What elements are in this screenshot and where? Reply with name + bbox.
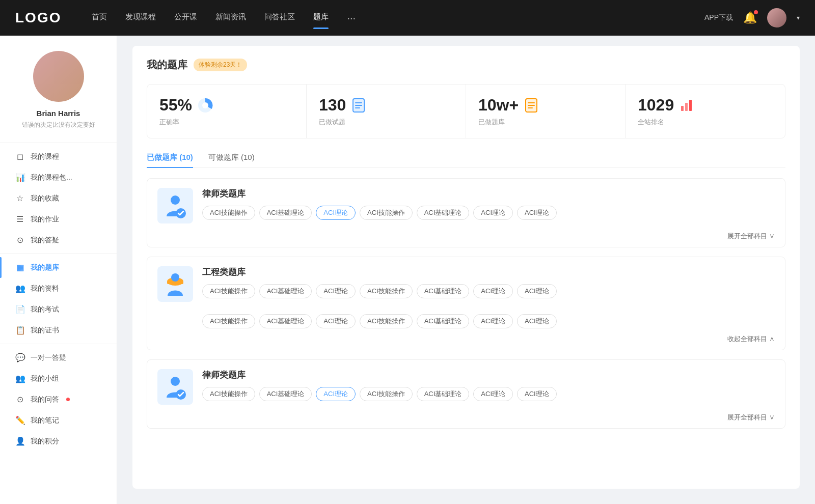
tag-3-2[interactable]: ACI基础理论	[259, 387, 312, 401]
qbank-2-info: 工程类题库 ACI技能操作 ACI基础理论 ACI理论 ACI技能操作 ACI基…	[202, 266, 775, 298]
nav-right: APP下载 🔔 ▾	[704, 8, 800, 27]
lawyer-icon-2	[161, 373, 189, 401]
nav-more[interactable]: ···	[347, 12, 356, 24]
sidebar: Brian Harris 错误的决定比没有决定要好 ◻ 我的课程 📊 我的课程包…	[0, 36, 117, 504]
chart-icon	[679, 98, 694, 113]
tag-2r2-5[interactable]: ACI基础理论	[417, 314, 470, 328]
tab-available-banks[interactable]: 可做题库 (10)	[208, 153, 255, 167]
tab-done-banks[interactable]: 已做题库 (10)	[147, 153, 193, 167]
groups-icon: 👥	[15, 374, 24, 383]
tag-1-4[interactable]: ACI技能操作	[360, 206, 413, 220]
sidebar-item-my-courses[interactable]: ◻ 我的课程	[0, 146, 117, 167]
avatar-image	[767, 8, 786, 27]
svg-rect-18	[167, 282, 183, 284]
tag-2r2-2[interactable]: ACI基础理论	[259, 314, 312, 328]
sidebar-label-certificates: 我的证书	[31, 326, 59, 335]
tag-2-4[interactable]: ACI技能操作	[360, 284, 413, 298]
tag-1-3[interactable]: ACI理论	[316, 206, 356, 220]
sidebar-item-certificates[interactable]: 📋 我的证书	[0, 320, 117, 341]
tag-1-5[interactable]: ACI基础理论	[417, 206, 470, 220]
nav-courses[interactable]: 发现课程	[125, 12, 156, 24]
user-dropdown-arrow[interactable]: ▾	[797, 14, 800, 21]
sidebar-item-notes[interactable]: ✏️ 我的笔记	[0, 410, 117, 431]
tag-2r2-1[interactable]: ACI技能操作	[202, 314, 255, 328]
tag-2-2[interactable]: ACI基础理论	[259, 284, 312, 298]
stat-accuracy-value: 55%	[159, 96, 192, 115]
tag-3-5[interactable]: ACI基础理论	[417, 387, 470, 401]
stat-banks-value: 10w+	[478, 96, 519, 115]
sidebar-item-homework[interactable]: ☰ 我的作业	[0, 209, 117, 230]
notification-bell[interactable]: 🔔	[743, 11, 757, 24]
qbank-1-icon-wrap	[157, 188, 193, 223]
tag-1-2[interactable]: ACI基础理论	[259, 206, 312, 220]
course-package-icon: 📊	[15, 173, 24, 182]
stat-questions-done: 130 已做试题	[307, 85, 466, 138]
materials-icon: 👥	[15, 284, 24, 293]
sidebar-item-my-qa[interactable]: ⊙ 我的问答	[0, 389, 117, 410]
nav-open-course[interactable]: 公开课	[174, 12, 197, 24]
qbank-2-tags-row1: ACI技能操作 ACI基础理论 ACI理论 ACI技能操作 ACI基础理论 AC…	[202, 284, 775, 298]
svg-rect-14	[689, 100, 692, 111]
sidebar-item-qbank[interactable]: ▦ 我的题库	[0, 257, 117, 278]
tag-2r2-7[interactable]: ACI理论	[517, 314, 557, 328]
tag-1-1[interactable]: ACI技能操作	[202, 206, 255, 220]
tag-3-1[interactable]: ACI技能操作	[202, 387, 255, 401]
tag-1-7[interactable]: ACI理论	[517, 206, 557, 220]
tag-3-7[interactable]: ACI理论	[517, 387, 557, 401]
nav-home[interactable]: 首页	[92, 12, 107, 24]
user-avatar[interactable]	[767, 8, 786, 27]
qbank-1-footer: 展开全部科目 ∨	[147, 232, 785, 247]
tag-2r2-3[interactable]: ACI理论	[316, 314, 356, 328]
tag-2-6[interactable]: ACI理论	[473, 284, 513, 298]
sidebar-item-points[interactable]: 👤 我的积分	[0, 431, 117, 452]
svg-point-1	[202, 102, 208, 108]
qbank-icon: ▦	[15, 263, 24, 272]
sidebar-label-qbank: 我的题库	[31, 263, 59, 272]
stat-rank: 1029 全站排名	[626, 85, 785, 138]
app-download-button[interactable]: APP下载	[704, 13, 733, 22]
pie-chart-icon	[197, 97, 213, 114]
tag-2r2-6[interactable]: ACI理论	[473, 314, 513, 328]
stat-questions-label: 已做试题	[319, 118, 453, 127]
svg-rect-12	[681, 106, 684, 111]
sidebar-item-favorites[interactable]: ☆ 我的收藏	[0, 188, 117, 209]
qbank-3-header: 律师类题库 ACI技能操作 ACI基础理论 ACI理论 ACI技能操作 ACI基…	[147, 360, 785, 413]
qbank-2-collapse-button[interactable]: 收起全部科目 ∧	[727, 334, 775, 344]
tag-3-4[interactable]: ACI技能操作	[360, 387, 413, 401]
tag-2-3[interactable]: ACI理论	[316, 284, 356, 298]
nav-qbank[interactable]: 题库	[313, 12, 329, 24]
nav-qa[interactable]: 问答社区	[264, 12, 295, 24]
tag-2r2-4[interactable]: ACI技能操作	[360, 314, 413, 328]
qbank-3-expand-button[interactable]: 展开全部科目 ∨	[727, 413, 775, 422]
qbank-3-name: 律师类题库	[202, 369, 775, 381]
sidebar-item-materials[interactable]: 👥 我的资料	[0, 278, 117, 299]
sidebar-item-groups[interactable]: 👥 我的小组	[0, 368, 117, 389]
logo[interactable]: LOGO	[15, 10, 61, 26]
qbank-2-tags-row2: ACI技能操作 ACI基础理论 ACI理论 ACI技能操作 ACI基础理论 AC…	[147, 310, 785, 334]
sidebar-label-my-courses: 我的课程	[31, 152, 59, 161]
sidebar-item-tutoring[interactable]: 💬 一对一答疑	[0, 347, 117, 368]
stat-questions-top: 130	[319, 96, 453, 115]
lawyer-icon	[161, 192, 189, 220]
sidebar-item-exams[interactable]: 📄 我的考试	[0, 299, 117, 320]
tag-3-3[interactable]: ACI理论	[316, 387, 356, 401]
tag-3-6[interactable]: ACI理论	[473, 387, 513, 401]
trial-badge: 体验剩余23天！	[194, 59, 247, 71]
tag-1-6[interactable]: ACI理论	[473, 206, 513, 220]
qbank-1-expand-button[interactable]: 展开全部科目 ∨	[727, 232, 775, 241]
nav-links: 首页 发现课程 公开课 新闻资讯 问答社区 题库 ···	[92, 12, 704, 24]
nav-news[interactable]: 新闻资讯	[215, 12, 246, 24]
tag-2-1[interactable]: ACI技能操作	[202, 284, 255, 298]
sidebar-item-course-packages[interactable]: 📊 我的课程包...	[0, 167, 117, 188]
sidebar-label-notes: 我的笔记	[31, 416, 59, 425]
sidebar-label-questions: 我的答疑	[31, 236, 59, 245]
tag-2-7[interactable]: ACI理论	[517, 284, 557, 298]
stat-banks-label: 已做题库	[478, 118, 613, 127]
qbank-section-1: 律师类题库 ACI技能操作 ACI基础理论 ACI理论 ACI技能操作 ACI基…	[147, 178, 785, 247]
sidebar-item-questions[interactable]: ⊙ 我的答疑	[0, 230, 117, 250]
points-icon: 👤	[15, 436, 24, 446]
doc-orange-icon	[524, 98, 539, 113]
tutoring-icon: 💬	[15, 353, 24, 362]
tag-2-5[interactable]: ACI基础理论	[417, 284, 470, 298]
exam-icon: 📄	[15, 304, 24, 314]
